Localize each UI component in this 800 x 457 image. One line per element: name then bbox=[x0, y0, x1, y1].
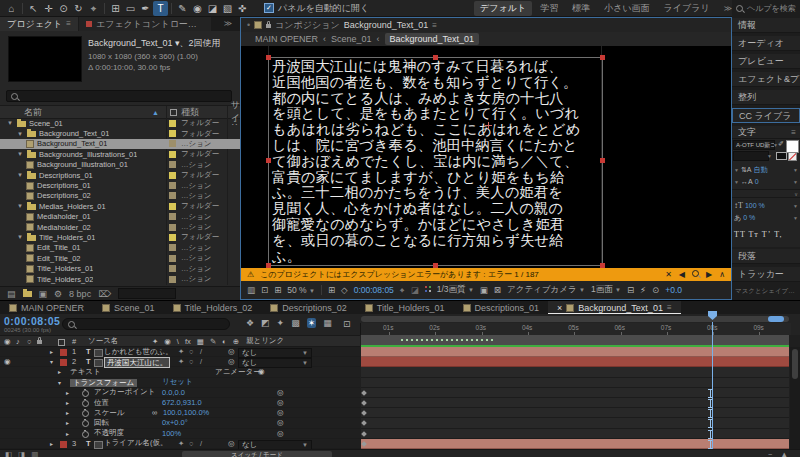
expander-icon[interactable]: ▸ bbox=[50, 347, 53, 356]
layer-switch-icon[interactable]: ✦ bbox=[178, 357, 184, 366]
new-folder-icon[interactable] bbox=[23, 291, 32, 297]
pick-whip-icon[interactable]: ◎ bbox=[228, 439, 235, 448]
label-chip-icon[interactable] bbox=[169, 130, 176, 137]
grid-options-icon[interactable]: ⊞ bbox=[328, 285, 335, 295]
stopwatch-icon[interactable] bbox=[82, 431, 89, 438]
expander-icon[interactable]: ▾ bbox=[6, 119, 14, 127]
tracking-value[interactable]: 0 bbox=[755, 178, 759, 185]
group-name[interactable]: テキスト bbox=[70, 367, 101, 376]
close-tab-icon[interactable]: × bbox=[557, 303, 562, 313]
vertical-scale-row[interactable]: ↕T 100 % ▼ bbox=[732, 200, 800, 211]
project-settings-icon[interactable]: ⚙ bbox=[54, 289, 62, 299]
layer-switch-icon[interactable]: ✦ bbox=[178, 347, 184, 356]
resolution-select[interactable]: 1/3画質 ▼ bbox=[437, 284, 474, 296]
brush-tool-icon[interactable]: ✎ bbox=[175, 1, 190, 16]
label-chip-icon[interactable] bbox=[169, 244, 176, 251]
panel-paragraph-header[interactable]: 段落 bbox=[732, 249, 800, 264]
rectangle-tool-icon[interactable]: ▭ bbox=[123, 1, 138, 16]
label-chip-icon[interactable] bbox=[169, 172, 176, 179]
label-column-icon[interactable] bbox=[170, 109, 177, 116]
row-left[interactable]: ▸位置672.0,931.0◎ bbox=[0, 398, 360, 408]
timeline-tab-Background_Text_01[interactable]: ×Background_Text_01≡ bbox=[548, 301, 681, 314]
expander-icon[interactable]: ▸ bbox=[50, 439, 53, 448]
panel-header-エフェクト&プリセット[interactable]: エフェクト&プリセット bbox=[732, 72, 800, 87]
label-chip-icon[interactable] bbox=[169, 265, 176, 272]
label-chip-icon[interactable] bbox=[169, 224, 176, 231]
audio-column-icon[interactable]: ♪ bbox=[16, 336, 20, 346]
stopwatch-icon[interactable] bbox=[82, 420, 89, 427]
project-item-row[interactable]: Descriptions_02…ション bbox=[0, 191, 240, 201]
label-chip-icon[interactable] bbox=[169, 120, 176, 127]
layer-switch-icon[interactable]: ○ bbox=[189, 439, 194, 448]
property-name[interactable]: 不透明度 bbox=[94, 429, 124, 438]
number-column[interactable]: # bbox=[72, 336, 76, 346]
exposure-value[interactable]: +0.0 bbox=[665, 285, 682, 295]
workspace-学習[interactable]: 学習 bbox=[534, 1, 564, 16]
project-item-row[interactable]: Title_Holders_02…ション bbox=[0, 274, 240, 284]
panel-character-header[interactable]: 文字≡ bbox=[732, 126, 800, 139]
eraser-tool-icon[interactable]: ◪ bbox=[205, 1, 220, 16]
source-name-column[interactable]: ソース名 bbox=[88, 336, 118, 346]
transparency-grid-icon[interactable]: ⊠ bbox=[494, 285, 501, 295]
viewer-timecode[interactable]: 0:00:08:05 bbox=[354, 285, 394, 295]
panel-header-オーディオ[interactable]: オーディオ bbox=[732, 36, 800, 51]
label-chip-red-icon[interactable] bbox=[60, 441, 67, 448]
puppet-pin-tool-icon[interactable]: ✜ bbox=[235, 1, 250, 16]
spinner-icon[interactable]: ▼ bbox=[734, 167, 739, 173]
prev-error-icon[interactable]: ◀ bbox=[679, 270, 685, 279]
hand-tool-icon[interactable]: ✛ bbox=[41, 1, 56, 16]
keyframe-nav-icon[interactable]: ◎ bbox=[277, 388, 284, 397]
eye-icon[interactable]: ◉ bbox=[4, 357, 11, 366]
project-item-row[interactable]: Background_Illustration_01…ション bbox=[0, 160, 240, 170]
main-viewer-icon[interactable]: ⊡ bbox=[261, 285, 268, 295]
hide-shy-icon[interactable]: ✦ bbox=[277, 318, 285, 328]
expander-icon[interactable]: ▸ bbox=[58, 367, 61, 376]
expander-icon[interactable]: ▸ bbox=[66, 388, 69, 397]
layer-name[interactable]: しかれども世のふ。 bbox=[104, 347, 173, 356]
font-family-select[interactable]: A-OTF UD新ゴ Pr6N bbox=[733, 140, 775, 150]
help-search[interactable]: ヘルプを検索 bbox=[736, 3, 796, 14]
switch-mode-button[interactable]: スイッチ / モード bbox=[182, 451, 332, 457]
row-left[interactable]: ◉▾2T丹波国大江山に。✦○/◎なし▼ bbox=[0, 357, 360, 367]
project-footer-field[interactable] bbox=[118, 288, 176, 299]
layer-switch-icon[interactable]: ✦ bbox=[178, 439, 184, 448]
project-columns-header[interactable]: 名前 ▲ 種類 サイ bbox=[0, 105, 240, 119]
expander-icon[interactable]: ▾ bbox=[58, 378, 61, 387]
breadcrumb-Scene_01[interactable]: Scene_01 bbox=[331, 34, 372, 44]
project-item-row[interactable]: Edit_Title_01…ション bbox=[0, 243, 240, 253]
label-chip-icon[interactable] bbox=[169, 213, 176, 220]
workspace-小さい画面[interactable]: 小さい画面 bbox=[598, 1, 655, 16]
keyframe-icon[interactable] bbox=[361, 410, 367, 416]
keyframe-nav-icon[interactable]: ◎ bbox=[277, 398, 284, 407]
camera-tool-icon[interactable]: ⌖ bbox=[86, 1, 101, 16]
playhead-line[interactable] bbox=[712, 322, 713, 449]
timeline-vscrollbar[interactable] bbox=[790, 347, 800, 449]
expander-icon[interactable]: ▾ bbox=[16, 130, 24, 138]
font-style-select[interactable] bbox=[733, 151, 769, 161]
spinner-icon[interactable]: ▼ bbox=[734, 179, 739, 185]
expander-icon[interactable]: ▸ bbox=[66, 429, 69, 438]
switch-icon[interactable]: ◐ bbox=[222, 337, 227, 346]
selection-tool-icon[interactable]: ↖ bbox=[26, 1, 41, 16]
property-value[interactable]: 100% bbox=[162, 429, 181, 438]
column-type[interactable]: 種類 bbox=[181, 106, 199, 119]
anchor-point-icon[interactable] bbox=[485, 122, 492, 129]
expander-icon[interactable]: ▾ bbox=[16, 150, 24, 158]
project-search-input[interactable] bbox=[6, 90, 232, 102]
reveal-error-icon[interactable] bbox=[692, 270, 699, 277]
keyframe-icon[interactable] bbox=[361, 400, 367, 406]
link-icon[interactable]: ∞ bbox=[152, 408, 157, 417]
label-chip-icon[interactable] bbox=[169, 140, 176, 147]
property-value[interactable]: 100.0,100.0% bbox=[163, 408, 209, 417]
workspace-overflow-icon[interactable]: ≫ bbox=[724, 4, 732, 13]
switch-column-icons[interactable]: ✦◉\fx▦✎◐⊕ bbox=[152, 336, 239, 346]
workspace-ライブラリ[interactable]: ライブラリ bbox=[658, 1, 716, 16]
switch-icon[interactable]: ✦ bbox=[152, 337, 158, 346]
handle-top-center[interactable] bbox=[433, 55, 438, 60]
tracking-row[interactable]: ▼ ↔A 0 ▼ bbox=[732, 176, 800, 187]
checkbox-checked-icon[interactable]: ✓ bbox=[264, 3, 274, 13]
add-animator-icon[interactable]: ◉ bbox=[258, 367, 265, 376]
orbit-camera-tool-icon[interactable]: ↻ bbox=[71, 1, 86, 16]
chevron-down-icon[interactable]: ▼ bbox=[793, 215, 798, 221]
handle-mid-left[interactable] bbox=[266, 158, 271, 163]
